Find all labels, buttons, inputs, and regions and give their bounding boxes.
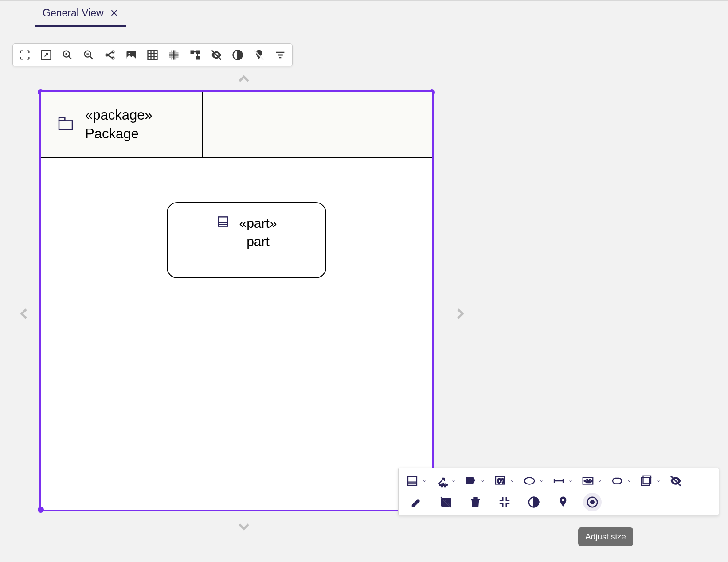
svg-point-3: [106, 54, 108, 56]
filter-icon[interactable]: [272, 47, 289, 63]
dropdown-caret-icon[interactable]: ⌄: [656, 477, 661, 485]
folder-icon: [57, 115, 74, 134]
image-icon[interactable]: [123, 47, 140, 63]
flag-icon[interactable]: [462, 472, 478, 490]
fullscreen-icon[interactable]: [16, 47, 33, 63]
dropdown-caret-icon[interactable]: ⌄: [451, 477, 456, 485]
tree-icon[interactable]: [187, 47, 204, 63]
svg-point-5: [112, 57, 114, 59]
edit-icon[interactable]: [403, 493, 431, 511]
zoom-out-icon[interactable]: [80, 47, 97, 63]
package-label: «package» Package: [85, 106, 153, 143]
palette-row-1: ⌄ <A>⌄ ⌄ {?}⌄ ⌄ ⌄ <M>⌄ ⌄ ⌄: [403, 472, 714, 490]
tooltip-text: Adjust size: [585, 532, 626, 541]
dimension-icon[interactable]: [549, 472, 566, 490]
package-stereo: «package»: [85, 106, 153, 125]
ellipse-icon[interactable]: [520, 472, 537, 490]
svg-rect-8: [148, 51, 157, 60]
collapse-icon[interactable]: [491, 493, 518, 511]
tab-general-view[interactable]: General View ✕: [35, 1, 126, 27]
dropdown-caret-icon[interactable]: ⌄: [597, 477, 603, 485]
part-stereo: «part»: [239, 215, 277, 233]
toolbar-top: [12, 43, 293, 66]
svg-text:{?}: {?}: [497, 478, 505, 483]
contrast-icon[interactable]: [520, 493, 548, 511]
dropdown-caret-icon[interactable]: ⌄: [480, 477, 485, 485]
tab-label: General View: [43, 7, 104, 19]
svg-rect-10: [196, 51, 200, 54]
part-node[interactable]: «part» part: [167, 202, 326, 278]
pin-icon[interactable]: [549, 493, 577, 511]
doc-icon[interactable]: {?}: [491, 472, 508, 490]
palette-row-2: [403, 493, 714, 511]
eye-off-icon[interactable]: [208, 47, 225, 63]
svg-rect-11: [196, 56, 200, 59]
part-label: «part» part: [239, 215, 277, 250]
dropdown-caret-icon[interactable]: ⌄: [626, 477, 632, 485]
add-container-icon[interactable]: [637, 472, 654, 490]
svg-rect-13: [59, 121, 72, 129]
eye-off-icon[interactable]: [666, 472, 685, 490]
tooltip: Adjust size: [578, 527, 633, 546]
svg-text:<M>: <M>: [584, 479, 593, 484]
expand-icon[interactable]: <A>: [432, 472, 449, 490]
snap-icon[interactable]: [165, 47, 182, 63]
image-off-icon[interactable]: [432, 493, 460, 511]
grid-icon[interactable]: [144, 47, 161, 63]
svg-point-29: [591, 500, 594, 504]
dropdown-caret-icon[interactable]: ⌄: [539, 477, 544, 485]
target-icon[interactable]: [583, 493, 602, 511]
rounded-rect-icon[interactable]: [608, 472, 625, 490]
contrast-icon[interactable]: [229, 47, 246, 63]
tab-close-icon[interactable]: ✕: [110, 8, 118, 18]
resize-handle-bl[interactable]: [38, 507, 44, 513]
dropdown-caret-icon[interactable]: ⌄: [568, 477, 573, 485]
svg-rect-14: [59, 118, 65, 121]
package-name: Package: [85, 125, 153, 143]
svg-point-7: [129, 53, 130, 55]
dropdown-caret-icon[interactable]: ⌄: [509, 477, 515, 485]
nav-right-icon[interactable]: [451, 305, 469, 324]
svg-point-4: [112, 51, 114, 53]
nav-down-icon[interactable]: [235, 518, 253, 537]
share-icon[interactable]: [102, 47, 118, 63]
metadata-icon[interactable]: <M>: [579, 472, 595, 490]
dropdown-caret-icon[interactable]: ⌄: [422, 477, 427, 485]
package-title-tab[interactable]: «package» Package: [41, 92, 203, 157]
delete-icon[interactable]: [462, 493, 489, 511]
fit-to-screen-icon[interactable]: [38, 47, 55, 63]
nav-up-icon[interactable]: [235, 70, 253, 90]
svg-rect-23: [613, 478, 622, 484]
part-name: part: [239, 233, 277, 251]
svg-rect-9: [191, 51, 194, 54]
nav-left-icon[interactable]: [15, 305, 33, 324]
part-icon: [216, 215, 230, 230]
context-palette: ⌄ <A>⌄ ⌄ {?}⌄ ⌄ ⌄ <M>⌄ ⌄ ⌄: [398, 468, 719, 515]
zoom-in-icon[interactable]: [59, 47, 76, 63]
svg-text:<A>: <A>: [439, 483, 448, 488]
package-header-rest: [203, 92, 432, 157]
package-header: «package» Package: [41, 92, 432, 158]
tab-bar: General View ✕: [0, 1, 728, 27]
package-node[interactable]: «package» Package «part» part: [39, 90, 434, 511]
part-usage-icon[interactable]: [403, 472, 420, 490]
pin-off-icon[interactable]: [250, 47, 267, 63]
svg-point-20: [524, 478, 535, 484]
